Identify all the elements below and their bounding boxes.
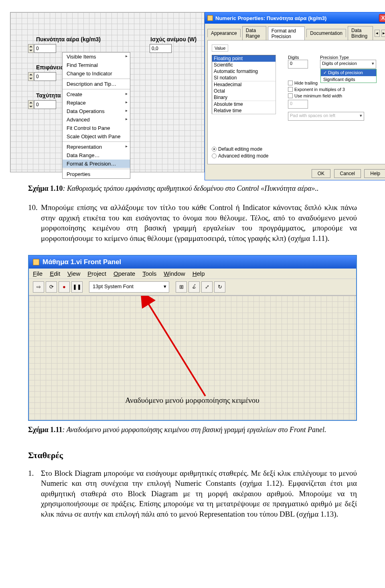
pad-dropdown[interactable]: Pad with spaces on left [288, 112, 364, 121]
front-panel-title: Μάθημα 1.vi Front Panel [43, 258, 121, 266]
ctx-item-0[interactable]: Visible Items [63, 53, 130, 61]
speed-spinner[interactable] [28, 100, 34, 109]
menu-help[interactable]: Help [192, 270, 205, 277]
tab-data-range[interactable]: Data Range [242, 26, 266, 40]
power-value[interactable]: 0,0 [150, 44, 172, 53]
listbox-item-2[interactable]: Automatic formatting [212, 68, 276, 75]
font-dropdown[interactable]: 13pt System Font [89, 281, 169, 293]
min-width-checkbox[interactable] [288, 93, 293, 98]
exponent-checkbox[interactable] [288, 87, 293, 92]
listbox-item-4[interactable]: Hexadecimal [212, 81, 276, 88]
menu-tools[interactable]: Tools [142, 270, 156, 277]
listbox-item-7[interactable]: Absolute time [212, 101, 276, 107]
ctx-item-4[interactable]: Create [63, 90, 130, 99]
ctx-item-3[interactable]: Description and Tip… [63, 80, 130, 88]
front-panel-title-bar: Μάθημα 1.vi Front Panel [29, 256, 356, 269]
ctx-item-6[interactable]: Data Operations [63, 107, 130, 115]
figure-1: Πυκνότητα αέρα (kg/m3) 0 Ισχύς ανέμου (W… [10, 12, 381, 172]
close-icon[interactable]: X [379, 14, 385, 22]
section-heading: Σταθερές [28, 450, 357, 461]
min-width-field[interactable]: 0 [288, 100, 308, 109]
help-button[interactable]: Help [364, 169, 385, 178]
area-spinner[interactable] [28, 72, 34, 81]
listbox-item-8[interactable]: Relative time [212, 107, 276, 114]
dialog-title: Numeric Properties: Πυκνότητα αέρα (kg/m… [215, 15, 326, 21]
ctx-item-1[interactable]: Find Terminal [63, 61, 130, 69]
digits-field[interactable]: 0 [288, 60, 308, 69]
ctx-item-8[interactable]: Fit Control to Pane [63, 124, 130, 132]
tab-data-binding[interactable]: Data Binding [348, 26, 373, 40]
pause-button[interactable]: ❚❚ [71, 281, 83, 293]
front-panel-grid-area: Αναδυόμενο μενού μορφοποίησης κειμένου [29, 296, 356, 420]
advanced-mode-radio[interactable] [212, 154, 217, 158]
listbox-item-6[interactable]: Binary [212, 94, 276, 101]
figure-1-caption: Σχήμα 1.10: Καθορισμός τρόπου εμφάνισης … [28, 184, 357, 193]
hide-trailing-label: Hide trailing [294, 81, 318, 85]
menu-operate[interactable]: Operate [113, 270, 135, 277]
menu-window[interactable]: Window [164, 270, 185, 277]
power-label: Ισχύς ανέμου (W) [150, 36, 197, 42]
run-button[interactable]: ⇨ [33, 281, 44, 293]
tab-nav-left[interactable]: ◂ [375, 30, 379, 37]
list-number-1: 1. [28, 468, 41, 479]
distribute-button[interactable]: ⫝̸ [188, 281, 200, 293]
ctx-item-9[interactable]: Scale Object with Pane [63, 132, 130, 141]
menu-bar[interactable]: FileEditViewProjectOperateToolsWindowHel… [29, 269, 356, 279]
default-mode-radio[interactable] [212, 147, 217, 152]
align-button[interactable]: ⊞ [176, 281, 187, 293]
ctx-item-5[interactable]: Replace [63, 99, 130, 107]
speed-value[interactable]: 0 [34, 100, 56, 109]
precision-type-dropdown[interactable]: Digits of precision Digits of precisionS… [320, 60, 376, 69]
dd-option-0[interactable]: Digits of precision [321, 69, 376, 76]
density-spinner[interactable] [28, 44, 34, 53]
menu-file[interactable]: File [33, 270, 43, 277]
labview-icon [33, 259, 39, 265]
menu-edit[interactable]: Edit [50, 270, 60, 277]
reorder-button[interactable]: ↻ [214, 281, 225, 293]
dialog-button-row: OK Cancel Help [205, 167, 385, 180]
properties-dialog: Numeric Properties: Πυκνότητα αέρα (kg/m… [205, 12, 385, 180]
paragraph-1: 1.Στο Block Diagram μπορούμε να εισάγουμ… [41, 468, 357, 519]
default-mode-label: Default editing mode [218, 146, 262, 152]
ctx-item-13[interactable]: Properties [63, 170, 130, 178]
stop-button[interactable]: ● [59, 281, 70, 293]
listbox-item-5[interactable]: Octal [212, 88, 276, 94]
ctx-item-11[interactable]: Data Range… [63, 151, 130, 160]
listbox-item-1[interactable]: Scientific [212, 62, 276, 68]
listbox-item-0[interactable]: Floating point [212, 55, 276, 62]
run-continuous-button[interactable]: ⟳ [46, 281, 57, 293]
tab-documentation[interactable]: Documentation [306, 29, 346, 37]
svg-line-0 [147, 302, 205, 396]
ctx-item-10[interactable]: Representation [63, 143, 130, 151]
cancel-button[interactable]: Cancel [334, 169, 361, 178]
dialog-title-bar: Numeric Properties: Πυκνότητα αέρα (kg/m… [205, 12, 385, 24]
ok-button[interactable]: OK [312, 169, 330, 178]
ctx-item-2[interactable]: Change to Indicator [63, 69, 130, 78]
density-value[interactable]: 0 [34, 44, 56, 53]
resize-button[interactable]: ⤢ [201, 281, 213, 293]
dialog-icon [207, 15, 213, 21]
min-width-label: Use minimum field width [294, 93, 342, 98]
advanced-mode-label: Advanced editing mode [218, 153, 268, 159]
tab-appearance[interactable]: Appearance [207, 29, 241, 37]
precision-type-label: Precision Type [320, 55, 376, 60]
figure-2-caption: Σχήμα 1.11: Αναδυόμενο μενού μορφοποίηση… [28, 426, 357, 434]
digits-label: Digits [288, 55, 308, 60]
tab-nav-right[interactable]: ▸ [381, 30, 385, 37]
ctx-item-12[interactable]: Format & Precision… [63, 160, 130, 168]
area-value[interactable]: 0 [34, 72, 56, 81]
context-menu[interactable]: Visible ItemsFind TerminalChange to Indi… [62, 52, 130, 179]
exponent-label: Exponent in multiples of 3 [294, 87, 345, 92]
ctx-item-7[interactable]: Advanced [63, 115, 130, 124]
value-section-label: Value [212, 44, 228, 52]
format-listbox[interactable]: Floating pointScientificAutomatic format… [212, 55, 276, 114]
paragraph-10: 10.Μπορούμε επίσης να αλλάξουμε τον τίτλ… [41, 202, 357, 244]
menu-project[interactable]: Project [87, 270, 106, 277]
figure-2: Μάθημα 1.vi Front Panel FileEditViewProj… [28, 255, 357, 421]
listbox-item-3[interactable]: SI notation [212, 75, 276, 81]
hide-trailing-checkbox[interactable] [288, 81, 293, 85]
toolbar: ⇨ ⟳ ● ❚❚ 13pt System Font ⊞ ⫝̸ ⤢ ↻ [29, 279, 356, 296]
menu-view[interactable]: View [67, 270, 80, 277]
annotation-text: Αναδυόμενο μενού μορφοποίησης κειμένου [125, 396, 259, 405]
tab-format-and-precision[interactable]: Format and Precision [268, 26, 305, 40]
